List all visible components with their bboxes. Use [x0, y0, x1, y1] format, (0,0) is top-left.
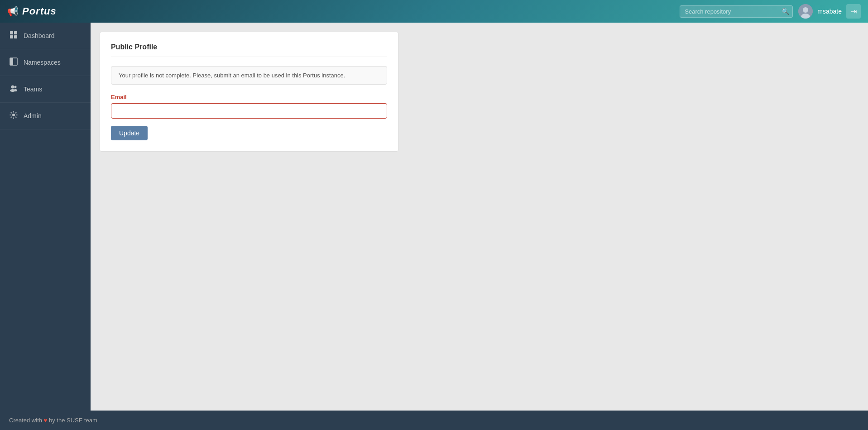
footer-text-before: Created with	[9, 417, 42, 424]
svg-rect-5	[10, 35, 13, 38]
public-profile-card: Public Profile Your profile is not compl…	[100, 32, 398, 152]
sidebar-item-teams[interactable]: Teams	[0, 76, 91, 103]
sidebar-item-admin-label: Admin	[24, 112, 42, 119]
header-right: 🔍 msabate ⇥	[680, 4, 861, 19]
sidebar: Dashboard Namespaces Teams	[0, 23, 91, 411]
footer-heart-icon: ♥	[44, 417, 49, 424]
app-header: 📢 Portus 🔍 msabate ⇥	[0, 0, 868, 23]
logout-button[interactable]: ⇥	[846, 4, 861, 19]
teams-icon	[9, 84, 18, 94]
avatar	[798, 4, 813, 19]
svg-rect-6	[14, 35, 17, 38]
search-icon[interactable]: 🔍	[782, 8, 789, 15]
svg-point-10	[14, 86, 17, 88]
sidebar-item-namespaces-label: Namespaces	[24, 59, 61, 66]
sidebar-item-dashboard[interactable]: Dashboard	[0, 23, 91, 49]
svg-point-13	[12, 114, 15, 116]
logo-text: Portus	[22, 5, 57, 17]
logout-icon: ⇥	[851, 7, 857, 16]
admin-icon	[9, 111, 18, 121]
email-form-group: Email	[111, 94, 387, 119]
sidebar-item-admin[interactable]: Admin	[0, 103, 91, 129]
body-container: Dashboard Namespaces Teams	[0, 23, 868, 411]
namespaces-icon	[9, 57, 18, 67]
svg-point-9	[11, 86, 14, 89]
card-title: Public Profile	[111, 43, 387, 57]
user-section: msabate ⇥	[798, 4, 861, 19]
search-container: 🔍	[680, 5, 793, 18]
svg-rect-3	[10, 31, 13, 34]
dashboard-icon	[9, 31, 18, 41]
sidebar-item-dashboard-label: Dashboard	[24, 32, 55, 39]
footer: Created with ♥ by the SUSE team	[0, 411, 868, 430]
footer-text-after: by the SUSE team	[49, 417, 97, 424]
logo[interactable]: 📢 Portus	[7, 5, 57, 17]
incomplete-alert: Your profile is not complete. Please, su…	[111, 66, 387, 85]
update-button[interactable]: Update	[111, 126, 148, 140]
sidebar-item-namespaces[interactable]: Namespaces	[0, 49, 91, 76]
search-input[interactable]	[680, 5, 793, 18]
svg-point-1	[803, 7, 808, 13]
main-content: Public Profile Your profile is not compl…	[91, 23, 868, 411]
email-label: Email	[111, 94, 387, 100]
username-label: msabate	[817, 8, 842, 15]
svg-point-12	[14, 89, 17, 91]
sidebar-item-teams-label: Teams	[24, 86, 42, 93]
email-input[interactable]	[111, 103, 387, 119]
logo-icon: 📢	[7, 6, 19, 17]
svg-rect-8	[10, 58, 13, 65]
svg-rect-4	[14, 31, 17, 34]
